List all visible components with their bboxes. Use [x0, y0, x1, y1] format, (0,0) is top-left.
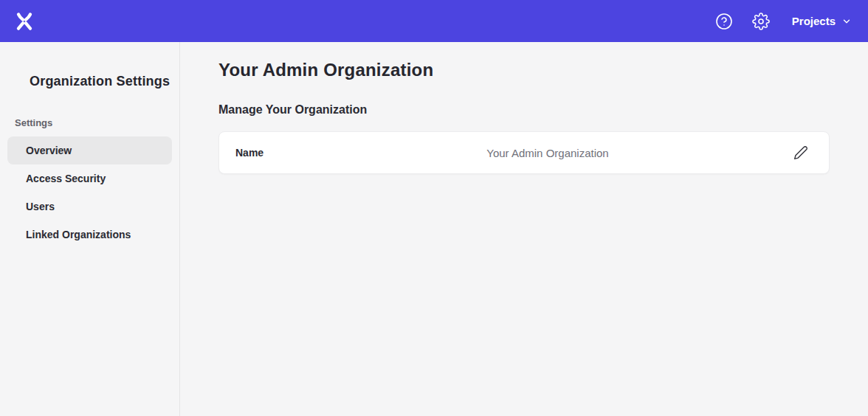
app-logo[interactable] — [13, 10, 35, 32]
sidebar-nav: Overview Access Security Users Linked Or… — [0, 136, 179, 249]
sidebar-title: Organization Settings — [30, 74, 179, 89]
main-content: Your Admin Organization Manage Your Orga… — [180, 42, 868, 416]
page-title: Your Admin Organization — [218, 60, 830, 80]
top-navigation-bar: Projects — [0, 0, 868, 42]
edit-name-button[interactable] — [789, 141, 813, 164]
sidebar-item-overview[interactable]: Overview — [7, 136, 172, 164]
sidebar-item-users[interactable]: Users — [7, 193, 172, 221]
pencil-icon — [793, 145, 808, 160]
sidebar-item-linked-organizations[interactable]: Linked Organizations — [7, 221, 172, 249]
gear-icon — [752, 13, 770, 30]
projects-menu-button[interactable]: Projects — [790, 10, 853, 32]
help-circle-icon — [715, 13, 733, 30]
sidebar-section-label: Settings — [15, 117, 179, 128]
settings-sidebar: Organization Settings Settings Overview … — [0, 42, 180, 416]
chevron-down-icon — [841, 16, 852, 27]
projects-menu-label: Projects — [792, 15, 836, 27]
x-logo-icon — [13, 10, 35, 32]
name-field-label: Name — [235, 147, 306, 159]
settings-button[interactable] — [748, 8, 774, 35]
section-title: Manage Your Organization — [218, 103, 830, 117]
sidebar-item-access-security[interactable]: Access Security — [7, 164, 172, 193]
organization-name-row: Name Your Admin Organization — [218, 131, 830, 174]
organization-name-value: Your Admin Organization — [306, 147, 789, 159]
help-button[interactable] — [711, 8, 737, 35]
